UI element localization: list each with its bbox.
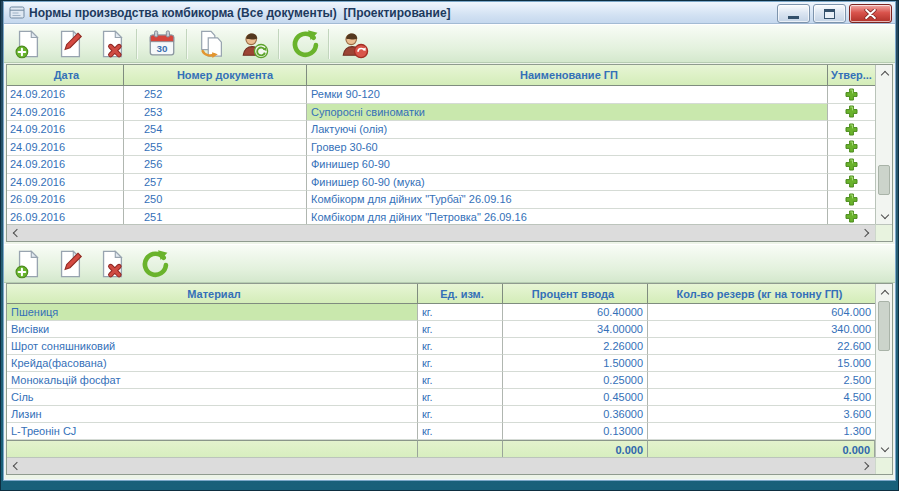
titlebar[interactable]: Нормы производства комбикорма (Все докум… [4,2,895,24]
doc-date-cell[interactable]: 24.09.2016 [7,121,124,139]
materials-header-material[interactable]: Материал [7,284,418,304]
material-percent-cell[interactable]: 0.36000 [503,406,648,423]
doc-approve-cell[interactable] [828,174,875,192]
approve-plus-icon[interactable] [845,105,858,118]
doc-number-cell[interactable]: 257 [124,174,307,192]
scroll-right-button[interactable] [858,458,875,474]
documents-header-number[interactable]: Номер документа [124,65,307,86]
edit-document-button[interactable] [49,27,91,61]
material-name-cell[interactable]: L-Треонін CJ [7,423,418,440]
material-unit-cell[interactable]: кг. [418,355,503,372]
material-reserve-cell[interactable]: 4.500 [648,389,875,406]
doc-number-cell[interactable]: 256 [124,156,307,174]
approve-plus-icon[interactable] [845,175,858,188]
scroll-down-button[interactable] [876,441,893,457]
minimize-button[interactable] [777,4,810,23]
doc-approve-cell[interactable] [828,156,875,174]
material-percent-cell[interactable]: 0.45000 [503,389,648,406]
material-reserve-cell[interactable]: 3.600 [648,406,875,423]
doc-approve-cell[interactable] [828,191,875,209]
approve-plus-icon[interactable] [845,123,858,136]
approve-plus-icon[interactable] [845,193,858,206]
scroll-up-button[interactable] [876,65,893,81]
scroll-up-button[interactable] [876,284,893,300]
approve-plus-icon[interactable] [845,88,858,101]
maximize-button[interactable] [813,4,846,23]
doc-name-cell[interactable]: Ремки 90-120 [307,86,828,104]
window-icon[interactable] [9,6,25,19]
doc-name-cell[interactable]: Финишер 60-90 (мука) [307,174,828,192]
scroll-thumb[interactable] [878,301,890,351]
material-reserve-cell[interactable]: 2.500 [648,372,875,389]
refresh-materials-button[interactable] [133,247,175,281]
material-name-cell[interactable]: Крейда(фасована) [7,355,418,372]
materials-header-unit[interactable]: Ед. изм. [418,284,503,304]
calendar-period-button[interactable]: 30 [141,27,183,61]
doc-date-cell[interactable]: 24.09.2016 [7,174,124,192]
doc-name-cell[interactable]: Лактуючі (олія) [307,121,828,139]
material-name-cell[interactable]: Сіль [7,389,418,406]
add-document-button[interactable] [7,27,49,61]
documents-header-date[interactable]: Дата [7,65,124,86]
approve-plus-icon[interactable] [845,140,858,153]
doc-approve-cell[interactable] [828,104,875,122]
materials-header-reserve[interactable]: Кол-во резерв (кг на тонну ГП) [648,284,875,304]
doc-approve-cell[interactable] [828,139,875,157]
doc-name-cell[interactable]: Супоросні свиноматки [307,104,828,122]
material-name-cell[interactable]: Лизин [7,406,418,423]
material-name-cell[interactable]: Висівки [7,321,418,338]
doc-number-cell[interactable]: 255 [124,139,307,157]
material-reserve-cell[interactable]: 15.000 [648,355,875,372]
material-unit-cell[interactable]: кг. [418,338,503,355]
material-unit-cell[interactable]: кг. [418,406,503,423]
edit-material-button[interactable] [49,247,91,281]
add-material-button[interactable] [7,247,49,281]
scroll-left-button[interactable] [7,225,24,241]
doc-name-cell[interactable]: Комбікорм для дійних "Турбаї" 26.09.16 [307,191,828,209]
documents-vertical-scrollbar[interactable] [875,65,892,224]
material-name-cell[interactable]: Монокальцій фосфат [7,372,418,389]
delete-document-button[interactable] [91,27,133,61]
material-percent-cell[interactable]: 1.50000 [503,355,648,372]
material-percent-cell[interactable]: 2.26000 [503,338,648,355]
doc-date-cell[interactable]: 24.09.2016 [7,156,124,174]
refresh-button[interactable] [283,27,325,61]
material-reserve-cell[interactable]: 22.600 [648,338,875,355]
doc-approve-cell[interactable] [828,86,875,104]
scroll-down-button[interactable] [876,208,893,224]
close-button[interactable] [849,4,892,23]
copy-document-button[interactable] [191,27,233,61]
doc-date-cell[interactable]: 24.09.2016 [7,139,124,157]
doc-name-cell[interactable]: Финишер 60-90 [307,156,828,174]
scroll-left-button[interactable] [7,458,24,474]
documents-horizontal-scrollbar[interactable] [7,224,875,241]
material-reserve-cell[interactable]: 340.000 [648,321,875,338]
material-percent-cell[interactable]: 34.00000 [503,321,648,338]
materials-header-percent[interactable]: Процент ввода [503,284,648,304]
materials-horizontal-scrollbar[interactable] [7,457,875,474]
material-reserve-cell[interactable]: 604.000 [648,304,875,321]
scroll-thumb[interactable] [878,165,890,195]
material-percent-cell[interactable]: 0.25000 [503,372,648,389]
approve-plus-icon[interactable] [845,158,858,171]
material-unit-cell[interactable]: кг. [418,304,503,321]
material-percent-cell[interactable]: 60.40000 [503,304,648,321]
doc-number-cell[interactable]: 250 [124,191,307,209]
doc-number-cell[interactable]: 253 [124,104,307,122]
material-reserve-cell[interactable]: 1.300 [648,423,875,440]
material-unit-cell[interactable]: кг. [418,372,503,389]
material-name-cell[interactable]: Шрот соняшниковий [7,338,418,355]
material-percent-cell[interactable]: 0.13000 [503,423,648,440]
materials-vertical-scrollbar[interactable] [875,284,892,457]
approve-plus-icon[interactable] [845,210,858,223]
doc-approve-cell[interactable] [828,121,875,139]
scroll-right-button[interactable] [858,225,875,241]
documents-header-name[interactable]: Наименование ГП [307,65,828,86]
material-unit-cell[interactable]: кг. [418,321,503,338]
doc-date-cell[interactable]: 24.09.2016 [7,104,124,122]
doc-number-cell[interactable]: 254 [124,121,307,139]
doc-name-cell[interactable]: Гровер 30-60 [307,139,828,157]
user-sync-button[interactable] [233,27,275,61]
material-name-cell[interactable]: Пшениця [7,304,418,321]
doc-number-cell[interactable]: 252 [124,86,307,104]
